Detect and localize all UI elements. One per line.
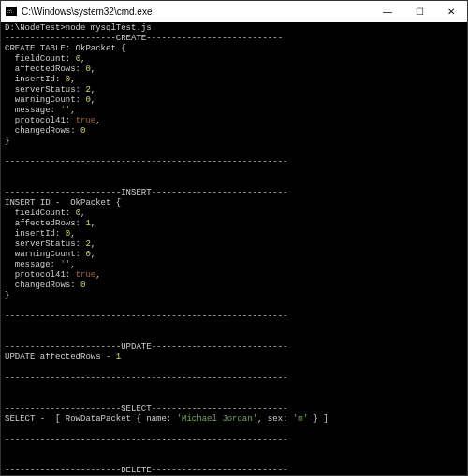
hr: ----------------------------------------…: [5, 435, 287, 444]
cmd-window: c:\ C:\Windows\system32\cmd.exe — ☐ ✕ D:…: [0, 0, 468, 476]
titlebar[interactable]: c:\ C:\Windows\system32\cmd.exe — ☐ ✕: [1, 1, 467, 22]
section-header-select: -----------------------SELECT-----------…: [5, 404, 287, 413]
minimize-button[interactable]: —: [372, 1, 403, 22]
section-header-update: -----------------------UPDATE-----------…: [5, 342, 287, 352]
hr: ----------------------------------------…: [5, 311, 287, 321]
window-title: C:\Windows\system32\cmd.exe: [22, 7, 372, 17]
prompt-command: node mysqlTest.js: [66, 23, 152, 33]
section-header-insert: -----------------------INSERT-----------…: [5, 188, 287, 197]
hr: ----------------------------------------…: [5, 157, 287, 166]
insert-title: INSERT ID - OkPacket {: [5, 198, 121, 208]
section-header-create: ----------------------CREATE------------…: [5, 34, 283, 43]
section-header-delete: -----------------------DELETE-----------…: [5, 466, 287, 475]
update-label: UPDATE affectedRows -: [5, 353, 116, 362]
close-button[interactable]: ✕: [435, 1, 467, 22]
terminal-output[interactable]: D:\NodeTest>node mysqlTest.js ----------…: [1, 22, 467, 475]
hr: ----------------------------------------…: [5, 373, 287, 382]
select-row: SELECT - [ RowDataPacket { name:: [5, 414, 177, 424]
svg-text:c:\: c:\: [7, 8, 12, 14]
prompt-path: D:\NodeTest>: [5, 23, 66, 33]
create-title: CREATE TABLE: OkPacket {: [5, 44, 126, 53]
maximize-button[interactable]: ☐: [403, 1, 435, 22]
cmd-icon: c:\: [5, 5, 18, 18]
